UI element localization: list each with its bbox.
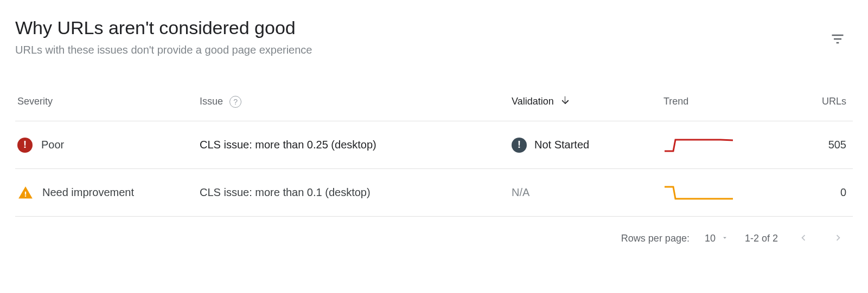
severity-label: Poor	[41, 139, 64, 151]
table-row[interactable]: ! Poor CLS issue: more than 0.25 (deskto…	[15, 121, 853, 169]
table-row[interactable]: Need improvement CLS issue: more than 0.…	[15, 169, 853, 217]
trend-sparkline	[663, 185, 734, 201]
sort-descending-icon	[559, 94, 571, 109]
not-started-icon: !	[512, 138, 527, 153]
severity-label: Need improvement	[42, 186, 134, 199]
prev-page-button[interactable]	[794, 229, 813, 249]
filter-icon	[830, 31, 845, 48]
rows-per-page-value: 10	[705, 233, 716, 244]
page-title: Why URLs aren't considered good	[15, 17, 826, 38]
col-header-issue[interactable]: Issue	[200, 96, 223, 107]
page-range: 1-2 of 2	[745, 233, 778, 244]
urls-count: 0	[840, 186, 846, 198]
page-subtitle: URLs with these issues don't provide a g…	[15, 44, 826, 56]
col-header-validation-label: Validation	[512, 96, 554, 107]
chevron-right-icon	[832, 237, 844, 245]
col-header-severity[interactable]: Severity	[17, 96, 53, 107]
issue-text: CLS issue: more than 0.25 (desktop)	[200, 139, 376, 151]
issues-table: Severity Issue ? Validation Trend URLs	[15, 94, 853, 217]
issue-text: CLS issue: more than 0.1 (desktop)	[200, 186, 371, 199]
col-header-urls[interactable]: URLs	[822, 96, 846, 107]
col-header-validation[interactable]: Validation	[512, 94, 571, 109]
rows-per-page-select[interactable]: 10	[705, 233, 729, 244]
next-page-button[interactable]	[829, 229, 847, 249]
validation-status: Not Started	[534, 139, 589, 151]
error-icon: !	[17, 138, 33, 153]
rows-per-page-label: Rows per page:	[621, 233, 690, 244]
help-icon[interactable]: ?	[229, 96, 241, 108]
col-header-trend[interactable]: Trend	[663, 96, 688, 107]
table-pagination: Rows per page: 10 1-2 of 2	[15, 217, 853, 249]
warning-icon	[17, 185, 34, 200]
filter-button[interactable]	[826, 27, 850, 53]
urls-count: 505	[828, 139, 846, 151]
dropdown-icon	[721, 233, 729, 244]
validation-status: N/A	[512, 186, 529, 199]
chevron-left-icon	[797, 237, 809, 245]
trend-sparkline	[663, 137, 734, 153]
table-header: Severity Issue ? Validation Trend URLs	[15, 94, 853, 121]
